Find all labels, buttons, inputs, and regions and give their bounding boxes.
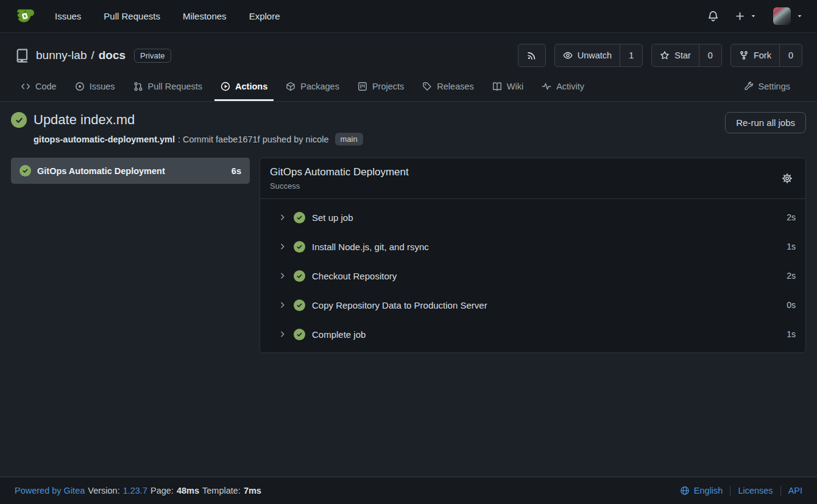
tools-icon (744, 82, 754, 91)
star-label: Star (674, 51, 691, 60)
run-status-success-icon (11, 112, 27, 128)
forks-count[interactable]: 0 (779, 44, 802, 66)
powered-by-gitea-link[interactable]: Powered by Gitea (15, 486, 85, 495)
tab-packages[interactable]: Packages (280, 74, 345, 101)
tab-pull-requests[interactable]: Pull Requests (127, 74, 208, 101)
repo-owner-link[interactable]: bunny-lab (36, 49, 87, 62)
step-duration: 1s (787, 329, 796, 339)
step-row-complete-job[interactable]: Complete job 1s (260, 320, 805, 349)
tab-activity[interactable]: Activity (536, 74, 590, 101)
repo-actions: Unwatch 1 Star 0 Fork 0 (518, 44, 802, 67)
tab-label: Activity (556, 82, 584, 91)
bell-icon (707, 10, 719, 22)
step-success-icon (294, 212, 305, 223)
caret-down-icon (796, 12, 804, 20)
package-icon (286, 82, 295, 91)
footer-left: Powered by Gitea Version: 1.23.7 Page: 4… (15, 486, 261, 495)
star-button[interactable]: Star (652, 44, 699, 66)
tag-icon (422, 82, 432, 91)
user-menu[interactable] (773, 7, 804, 25)
step-row-copy-repository-data[interactable]: Copy Repository Data to Production Serve… (260, 290, 805, 320)
gitea-logo-icon (13, 5, 35, 27)
step-name: Complete job (312, 329, 366, 340)
template-time-value: 7ms (244, 486, 261, 495)
language-label: English (694, 486, 723, 495)
language-selector[interactable]: English (680, 486, 723, 495)
api-link[interactable]: API (788, 486, 802, 495)
top-navbar: Issues Pull Requests Milestones Explore (0, 0, 817, 33)
nav-item-pull-requests[interactable]: Pull Requests (104, 11, 160, 21)
nav-item-milestones[interactable]: Milestones (183, 11, 227, 21)
fork-button[interactable]: Fork (731, 44, 779, 66)
job-item-selected[interactable]: GitOps Automatic Deployment 6s (11, 158, 250, 184)
chevron-right-icon[interactable] (278, 242, 287, 251)
create-new-button[interactable] (735, 11, 757, 21)
stars-count[interactable]: 0 (699, 44, 721, 66)
job-status-success-icon (19, 165, 31, 177)
notifications-button[interactable] (707, 10, 719, 22)
branch-badge[interactable]: main (335, 133, 363, 145)
unwatch-button[interactable]: Unwatch (555, 44, 620, 66)
version-link[interactable]: 1.23.7 (123, 486, 147, 495)
tab-label: Code (35, 82, 57, 91)
tab-wiki[interactable]: Wiki (486, 74, 529, 101)
project-icon (358, 82, 367, 91)
chevron-right-icon[interactable] (278, 213, 287, 222)
star-icon (660, 51, 670, 60)
gear-icon (781, 172, 793, 184)
tab-label: Releases (437, 82, 473, 91)
job-panel-title: GitOps Automatic Deployment (270, 166, 409, 178)
tab-issues[interactable]: Issues (69, 74, 121, 101)
tab-projects[interactable]: Projects (352, 74, 410, 101)
step-success-icon (294, 299, 305, 311)
chevron-right-icon[interactable] (278, 301, 287, 309)
step-success-icon (294, 241, 305, 253)
job-panel-titles: GitOps Automatic Deployment Success (270, 166, 409, 191)
tab-label: Settings (759, 82, 790, 91)
nav-links: Issues Pull Requests Milestones Explore (55, 11, 280, 21)
tab-label: Wiki (507, 82, 523, 91)
pull-request-icon (133, 82, 143, 91)
tab-releases[interactable]: Releases (416, 74, 479, 101)
actions-run-page: Update index.md gitops-automatic-deploym… (0, 102, 817, 477)
run-title: Update index.md (34, 112, 135, 128)
rss-button-group (518, 44, 546, 67)
tab-label: Projects (372, 82, 404, 91)
tab-actions[interactable]: Actions (214, 74, 274, 101)
job-duration: 6s (232, 166, 241, 176)
nav-item-issues[interactable]: Issues (55, 11, 81, 21)
page-time-label: Page: (150, 486, 174, 495)
page-footer: Powered by Gitea Version: 1.23.7 Page: 4… (0, 477, 817, 504)
step-name: Checkout Repository (312, 271, 397, 281)
code-icon (21, 82, 30, 91)
job-panel-header: GitOps Automatic Deployment Success (260, 158, 805, 199)
repo-header: bunny-lab / docs Private Unwatch 1 Star (0, 33, 817, 102)
step-row-checkout-repository[interactable]: Checkout Repository 2s (260, 261, 805, 290)
gitea-logo[interactable] (13, 5, 35, 27)
job-list: GitOps Automatic Deployment 6s (11, 158, 250, 184)
tab-code[interactable]: Code (15, 74, 63, 101)
page-time-value: 48ms (177, 486, 199, 495)
step-row-install-node[interactable]: Install Node.js, git, and rsync 1s (260, 232, 805, 261)
rss-button[interactable] (518, 44, 545, 66)
repo-name-link[interactable]: docs (99, 49, 126, 62)
tab-label: Issues (90, 82, 115, 91)
step-duration: 2s (787, 212, 796, 222)
book-icon (492, 82, 502, 91)
workflow-file-name[interactable]: gitops-automatic-deployment.yml (34, 135, 175, 144)
step-duration: 1s (787, 242, 796, 251)
watchers-count[interactable]: 1 (620, 44, 642, 66)
rerun-all-jobs-button[interactable]: Re-run all jobs (725, 112, 806, 133)
user-avatar[interactable] (773, 7, 791, 25)
tab-settings[interactable]: Settings (738, 74, 796, 101)
chevron-right-icon[interactable] (278, 330, 287, 338)
tab-label: Pull Requests (148, 82, 202, 91)
chevron-right-icon[interactable] (278, 271, 287, 280)
nav-item-explore[interactable]: Explore (249, 11, 280, 21)
footer-right: English Licenses API (680, 486, 802, 496)
licenses-link[interactable]: Licenses (738, 486, 773, 495)
step-row-setup-job[interactable]: Set up job 2s (260, 203, 805, 232)
job-options-button[interactable] (779, 170, 796, 187)
run-subtitle: gitops-automatic-deployment.yml: Commit … (34, 133, 363, 145)
step-name: Copy Repository Data to Production Serve… (312, 300, 487, 310)
